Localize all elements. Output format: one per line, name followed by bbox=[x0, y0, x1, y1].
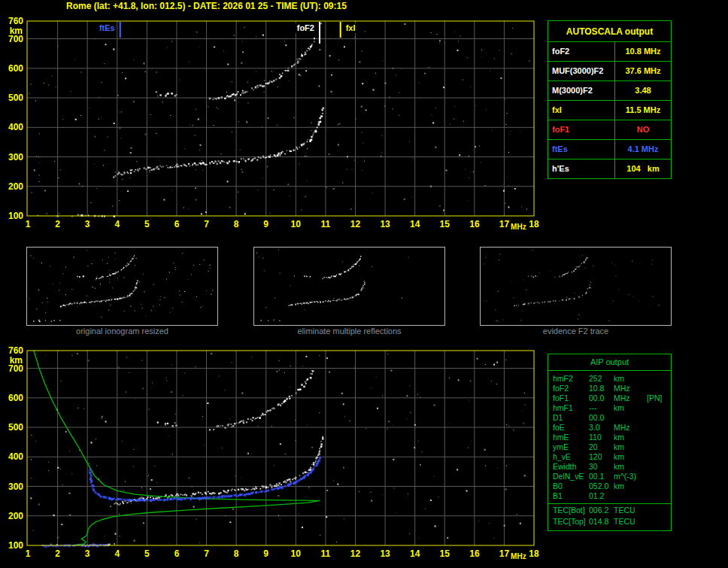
table-row: fxI11.5 MHz bbox=[548, 101, 671, 120]
table-row: D100.0 bbox=[548, 413, 671, 423]
parameter-label: fxI bbox=[548, 101, 615, 120]
parameter-value: 20 bbox=[589, 442, 614, 452]
parameter-value: 11.5 MHz bbox=[615, 101, 671, 120]
y-tick-label: 200 bbox=[8, 181, 23, 192]
x-tick-label: 5 bbox=[144, 219, 150, 229]
x-tick-label: 6 bbox=[174, 548, 180, 559]
table-row: foE3.0MHz bbox=[548, 423, 671, 433]
parameter-note bbox=[647, 413, 671, 423]
x-tick-label: 15 bbox=[440, 548, 450, 559]
table-row: ymE20km bbox=[548, 442, 671, 452]
parameter-unit: km bbox=[614, 433, 647, 442]
parameter-label: M(3000)F2 bbox=[548, 81, 615, 100]
autoscala-window: Rome (lat: +41.8, lon: 012.5) - DATE: 20… bbox=[0, 0, 728, 568]
thumbnail-caption-eliminate: eliminate multiple reflections bbox=[253, 327, 445, 336]
parameter-name: TEC[Top] bbox=[553, 517, 589, 527]
x-tick-label: 3 bbox=[85, 548, 90, 559]
parameter-name: B0 bbox=[553, 481, 589, 491]
thumbnail-original-ionogram bbox=[26, 247, 218, 326]
parameter-value: 120 bbox=[589, 452, 614, 462]
parameter-note bbox=[647, 517, 671, 527]
table-row: hmE110km bbox=[548, 433, 671, 442]
parameter-note bbox=[647, 433, 671, 442]
x-tick-label: 7 bbox=[204, 219, 209, 229]
table-row: Ewidth30km bbox=[548, 462, 671, 472]
parameter-value: 110 bbox=[589, 433, 614, 442]
parameter-unit: m^(-3) bbox=[614, 472, 647, 481]
parameter-unit: TECU bbox=[614, 506, 647, 517]
parameter-note bbox=[647, 452, 671, 462]
x-tick-label: 11 bbox=[321, 219, 331, 229]
x-tick-label: 14 bbox=[410, 219, 420, 229]
parameter-note bbox=[647, 491, 671, 501]
x-tick-label: 1 bbox=[26, 548, 31, 559]
x-axis-unit: MHz bbox=[511, 223, 526, 231]
parameter-name: Ewidth bbox=[553, 462, 589, 472]
y-tick-label: 400 bbox=[8, 122, 23, 132]
parameter-value: 052.0 bbox=[589, 481, 614, 491]
x-tick-label: 4 bbox=[114, 548, 120, 559]
table-row: DelN_vE00.1m^(-3) bbox=[548, 472, 671, 481]
parameter-name: hmF2 bbox=[553, 374, 589, 384]
parameter-value: 006.2 bbox=[589, 506, 614, 517]
parameter-name: B1 bbox=[553, 491, 589, 501]
y-tick-label: 760 bbox=[8, 16, 23, 26]
table-row: B0052.0km bbox=[548, 481, 671, 491]
x-tick-label: 4 bbox=[114, 219, 120, 229]
top-ionogram-plot: ftEsfoF2fxI100200300400500600700760km123… bbox=[0, 12, 544, 245]
x-tick-label: 1 bbox=[26, 219, 31, 229]
x-tick-label: 9 bbox=[263, 548, 268, 559]
parameter-value: 10.8 MHz bbox=[615, 42, 671, 61]
axis-labels: 100200300400500600700760km12345678910111… bbox=[8, 345, 539, 560]
parameter-note: [PN] bbox=[647, 393, 671, 403]
parameter-value: 014.8 bbox=[589, 517, 614, 527]
parameter-note bbox=[647, 462, 671, 472]
x-tick-label: 16 bbox=[469, 548, 480, 559]
table-row: TEC[Top]014.8TECU bbox=[548, 517, 671, 527]
parameter-name: ymE bbox=[553, 442, 589, 452]
restored-trace bbox=[41, 457, 321, 548]
table-row: B101.2 bbox=[548, 491, 671, 501]
parameter-name: DelN_vE bbox=[553, 472, 589, 481]
x-tick-label: 2 bbox=[55, 219, 60, 229]
x-tick-label: 18 bbox=[529, 548, 539, 559]
y-tick-label: 200 bbox=[8, 511, 23, 521]
foF2-marker-label: foF2 bbox=[297, 23, 314, 32]
parameter-note bbox=[647, 472, 671, 481]
parameter-name: hmE bbox=[553, 433, 589, 442]
x-tick-label: 8 bbox=[234, 219, 239, 229]
x-tick-label: 16 bbox=[469, 219, 480, 229]
parameter-unit: MHz bbox=[614, 384, 647, 393]
parameter-value: 00.0 bbox=[589, 393, 614, 403]
x-tick-label: 14 bbox=[410, 548, 420, 559]
parameter-unit: km bbox=[614, 481, 647, 491]
y-tick-label: 600 bbox=[8, 393, 23, 403]
aip-table-title: AIP output bbox=[548, 354, 671, 371]
x-axis-unit: MHz bbox=[511, 552, 526, 560]
table-row: foF100.0MHz[PN] bbox=[548, 393, 671, 403]
y-tick-label: 400 bbox=[8, 451, 23, 462]
thumbnail-caption-original: original ionogram resized bbox=[26, 327, 218, 336]
axis-labels: 100200300400500600700760km12345678910111… bbox=[8, 16, 539, 231]
table-row: foF210.8MHz bbox=[548, 384, 671, 393]
x-tick-label: 8 bbox=[234, 548, 239, 559]
parameter-unit: km bbox=[614, 452, 647, 462]
parameter-unit: MHz bbox=[614, 393, 647, 403]
y-axis-unit: km bbox=[10, 26, 23, 36]
y-axis-unit: km bbox=[10, 355, 23, 366]
parameter-name: D1 bbox=[553, 413, 589, 423]
parameter-value: 104 km bbox=[615, 159, 671, 178]
x-tick-label: 17 bbox=[499, 219, 510, 229]
parameter-label: MUF(3000)F2 bbox=[548, 62, 615, 80]
parameter-value: 3.0 bbox=[589, 423, 614, 433]
parameter-note bbox=[647, 442, 671, 452]
x-tick-label: 7 bbox=[204, 548, 209, 559]
autoscala-output-table: AUTOSCALA output foF210.8 MHzMUF(3000)F2… bbox=[548, 20, 672, 179]
parameter-label: foF2 bbox=[548, 42, 615, 61]
parameter-name: h_vE bbox=[553, 452, 589, 462]
parameter-note bbox=[647, 506, 671, 517]
parameter-note bbox=[647, 481, 671, 491]
table-row: foF1NO bbox=[548, 120, 671, 140]
thumbnail-eliminate-multiples bbox=[253, 247, 445, 326]
x-tick-label: 5 bbox=[144, 548, 150, 559]
